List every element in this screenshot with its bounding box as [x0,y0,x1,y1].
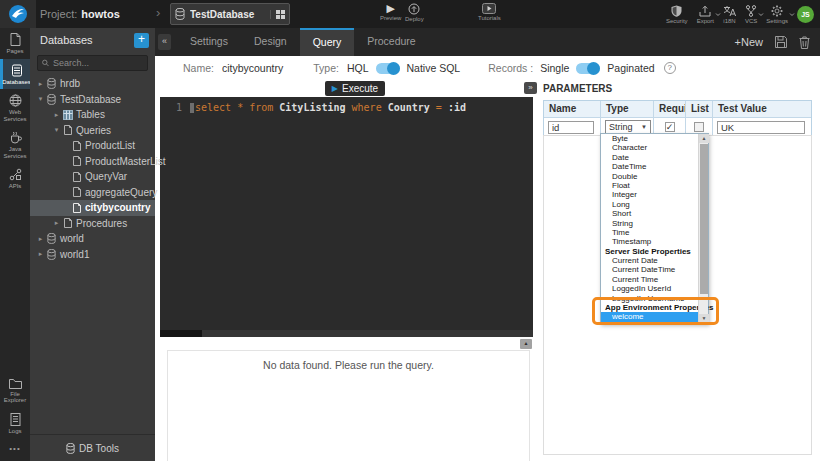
dropdown-scrollbar[interactable]: ▲ ▼ [698,134,708,323]
type-option[interactable]: Character [601,143,698,152]
sidebar-item-web-services[interactable]: Web Services [0,89,30,126]
sidebar-item-java-services[interactable]: Java Services [0,126,30,163]
db-grid-view-icon[interactable] [270,10,285,19]
type-option[interactable]: Time [601,228,698,237]
security-button[interactable]: Security [666,5,688,24]
deploy-button[interactable]: Deploy [405,3,424,22]
type-option[interactable]: Double [601,172,698,181]
expander-collapsed-icon[interactable]: ▸ [36,250,45,258]
required-checkbox[interactable]: ✓ [665,122,675,132]
type-option[interactable]: Current Time [601,275,698,284]
more-options-button[interactable]: ••• [0,438,30,461]
tutorials-button[interactable]: Tutorials [478,3,501,21]
type-option[interactable]: Long [601,200,698,209]
type-option[interactable]: Timestamp [601,237,698,246]
search-input[interactable] [53,58,143,68]
param-type-select[interactable]: String ▼ [605,120,651,134]
tree-node-hrdb[interactable]: ▸ hrdb [30,76,155,92]
collapse-panel-button[interactable]: « [158,34,171,50]
db-tools-button[interactable]: DB Tools [30,434,155,461]
param-test-value-input[interactable] [717,121,805,134]
expander-collapsed-icon[interactable]: ▸ [52,111,61,119]
save-button[interactable] [775,36,787,48]
sidebar-item-databases[interactable]: Databases [0,59,30,90]
type-option-native-sql[interactable]: Native SQL [407,62,461,74]
settings-button[interactable]: Settings [766,5,788,24]
type-option[interactable]: Byte [601,134,698,143]
tree-node-productlist[interactable]: ProductList [30,138,155,154]
scroll-down-icon[interactable]: ▼ [699,314,709,323]
tab-design[interactable]: Design [241,28,300,56]
help-icon[interactable]: ? [664,62,676,74]
type-option[interactable]: Current Date [601,256,698,265]
tree-node-testdatabase[interactable]: ▾ TestDatabase [30,92,155,108]
file-icon [73,187,81,197]
param-name-input[interactable] [548,121,594,134]
database-selector[interactable]: TestDatabase [170,3,290,25]
tree-node-procedures[interactable]: ▸ Procedures [30,216,155,232]
expand-parameters-button[interactable]: » [524,82,537,94]
delete-button[interactable] [799,36,810,49]
export-button[interactable]: Export [697,5,714,24]
dropdown-scroll-thumb[interactable] [700,144,708,294]
preview-button[interactable]: ▶ Preview [380,3,401,21]
expander-collapsed-icon[interactable]: ▸ [52,219,61,227]
type-option[interactable]: Date [601,153,698,162]
type-option-selected[interactable]: welcome [601,312,698,321]
records-option-single[interactable]: Single [540,62,569,74]
sidebar-item-logs[interactable]: Logs [0,408,30,439]
add-database-button[interactable]: + [134,33,149,48]
collapse-results-button[interactable]: ▲ [520,339,532,349]
type-toggle[interactable] [376,63,400,74]
i18n-translate-icon [723,5,736,17]
expander-expanded-icon[interactable]: ▾ [52,126,61,134]
tree-node-world1[interactable]: ▸ world1 [30,247,155,263]
col-list: List [686,101,713,117]
sidebar-item-pages[interactable]: Pages [0,28,30,59]
wavemaker-studio-window: Project: howtos › TestDatabase ▶ Preview… [0,0,820,461]
type-option[interactable]: Integer [601,190,698,199]
tree-node-aggregatequery[interactable]: aggregateQuery [30,185,155,201]
tab-query[interactable]: Query [300,28,355,56]
vcs-button[interactable]: VCS [745,5,757,24]
apis-icon [9,168,22,181]
i18n-button[interactable]: i18N [723,5,736,24]
vcs-caret-icon [758,13,764,17]
records-option-paginated[interactable]: Paginated [607,62,654,74]
execute-button[interactable]: ▶ Execute [325,81,385,96]
scroll-up-icon[interactable]: ▲ [699,134,709,143]
type-option[interactable]: Short [601,209,698,218]
tab-procedure[interactable]: Procedure [354,28,428,56]
left-nav-rail: Pages Databases Web Services Java Servic… [0,28,30,461]
new-query-button[interactable]: +New [735,36,763,48]
tree-node-queries[interactable]: ▾ Queries [30,123,155,139]
type-option[interactable]: Float [601,181,698,190]
tree-node-citybycountry[interactable]: citybycountry [30,200,155,216]
sql-code: select * from CityListing where Country … [190,102,466,113]
sidebar-item-apis[interactable]: APIs [0,163,30,194]
sidebar-item-file-explorer[interactable]: File Explorer [0,373,30,408]
type-option[interactable]: DateTime [601,162,698,171]
sql-editor[interactable]: 1 select * from CityListing where Countr… [160,97,533,330]
tree-node-world[interactable]: ▸ world [30,231,155,247]
list-checkbox[interactable] [694,122,704,132]
expander-collapsed-icon[interactable]: ▸ [36,80,45,88]
type-dropdown-list: Byte Character Date DateTime Double Floa… [600,133,709,324]
type-option[interactable]: LoggedIn Username [601,294,698,303]
tab-settings[interactable]: Settings [177,28,241,56]
expander-collapsed-icon[interactable]: ▸ [36,235,45,243]
expander-expanded-icon[interactable]: ▾ [36,95,45,103]
type-option[interactable]: LoggedIn UserId [601,284,698,293]
type-option[interactable]: Current DateTime [601,265,698,274]
tree-node-productmasterlist[interactable]: ProductMasterList [30,154,155,170]
type-option[interactable]: String [601,219,698,228]
parameters-table-header: Name Type Required List Test Value [544,101,811,117]
tree-node-tables[interactable]: ▸ Tables [30,107,155,123]
type-option-hql[interactable]: HQL [347,62,369,74]
col-required: Required [654,101,686,117]
user-avatar[interactable]: JS [797,6,814,23]
scrollbar-thumb[interactable] [160,330,202,337]
editor-horizontal-scrollbar[interactable] [160,330,533,337]
tree-node-queryvar[interactable]: QueryVar [30,169,155,185]
records-toggle[interactable] [576,63,600,74]
